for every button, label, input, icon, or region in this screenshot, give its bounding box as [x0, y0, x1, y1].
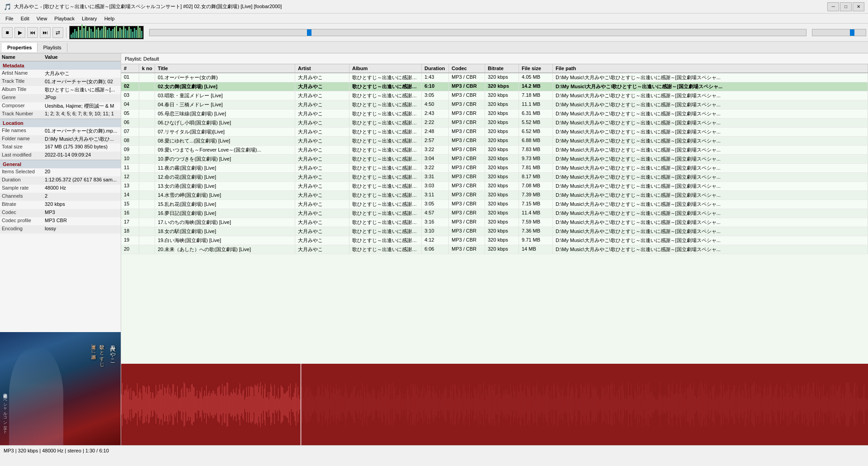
spectrum-bar	[98, 28, 99, 38]
svg-rect-290	[391, 384, 392, 425]
svg-rect-711	[784, 390, 784, 419]
svg-rect-305	[405, 394, 406, 416]
col-header-album[interactable]: Album	[349, 64, 422, 72]
col-header-name: Name	[0, 53, 43, 61]
prev-button[interactable]: ⏮	[27, 27, 38, 38]
cell-kno	[139, 119, 155, 127]
rand-button[interactable]: ⇄	[52, 27, 63, 38]
table-row[interactable]: 10 10.夢のつづきを(国立劇場) [Live] 大月みやこ 歌ひとすじ～出逢…	[121, 155, 868, 164]
table-row[interactable]: 11 11.夜の霧(国立劇場) [Live] 大月みやこ 歌ひとすじ～出逢いに感…	[121, 164, 868, 173]
seek-bar[interactable]	[149, 29, 807, 36]
table-row[interactable]: 16 16.夢日記(国立劇場) [Live] 大月みやこ 歌ひとすじ～出逢いに感…	[121, 209, 868, 218]
col-header-no[interactable]: #	[121, 64, 139, 72]
left-panel: Name Value Metadata Artist Name大月みやこTrac…	[0, 53, 121, 445]
svg-rect-119	[231, 392, 232, 417]
stop-button[interactable]: ■	[2, 27, 13, 38]
svg-rect-125	[237, 395, 237, 414]
table-row[interactable]: 02 02.女の舞(国立劇場) [Live] 大月みやこ 歌ひとすじ～出逢いに感…	[121, 82, 868, 91]
menu-playback[interactable]: Playback	[51, 15, 78, 22]
spectrum-bar	[112, 29, 113, 38]
col-header-filepath[interactable]: File path	[553, 64, 868, 72]
volume-bar[interactable]	[812, 29, 866, 36]
cell-bitrate: 320 kbps	[485, 218, 519, 227]
tab-playlists[interactable]: Playlists	[38, 43, 67, 52]
next-button[interactable]: ⏭	[40, 27, 51, 38]
playlist-body[interactable]: 01 01.オーバーチャー(女の舞) 大月みやこ 歌ひとすじ～出逢いに感謝～..…	[121, 73, 868, 364]
prop-name: Album Title	[0, 86, 43, 94]
table-row[interactable]: 04 04.春日・三橋メドレー [Live] 大月みやこ 歌ひとすじ～出逢いに感…	[121, 100, 868, 109]
cell-title: 03.唱歌・童謡メドレー [Live]	[155, 91, 295, 100]
svg-rect-7	[127, 385, 127, 424]
table-row[interactable]: 12 12.命の花(国立劇場) [Live] 大月みやこ 歌ひとすじ～出逢いに感…	[121, 173, 868, 182]
svg-rect-160	[269, 392, 270, 417]
cell-title: 20.未来（あした）への歌(国立劇場) [Live]	[155, 245, 295, 254]
table-row[interactable]: 06 06.ひなげし小唄(国立劇場) [Live] 大月みやこ 歌ひとすじ～出逢…	[121, 119, 868, 128]
minimize-button[interactable]: ─	[827, 2, 839, 11]
table-row[interactable]: 07 07.リサイタル(国立劇場)[Live] 大月みやこ 歌ひとすじ～出逢いに…	[121, 128, 868, 137]
svg-rect-676	[751, 387, 752, 422]
svg-rect-104	[217, 388, 218, 421]
spectrum-bar	[89, 27, 90, 38]
svg-rect-288	[389, 384, 390, 425]
table-row[interactable]: 01 01.オーバーチャー(女の舞) 大月みやこ 歌ひとすじ～出逢いに感謝～..…	[121, 73, 868, 82]
col-header-codec[interactable]: Codec	[449, 64, 485, 72]
svg-rect-156	[266, 398, 266, 411]
svg-rect-434	[525, 395, 526, 414]
svg-rect-696	[770, 382, 770, 427]
menu-edit[interactable]: Edit	[17, 15, 33, 22]
svg-rect-503	[590, 399, 590, 410]
cell-title: 19.白い海峡(国立劇場) [Live]	[155, 236, 295, 245]
svg-rect-343	[440, 399, 441, 409]
svg-rect-728	[800, 399, 800, 410]
svg-rect-748	[819, 386, 819, 423]
table-row[interactable]: 14 14.水雪の岬(国立劇場) [Live] 大月みやこ 歌ひとすじ～出逢いに…	[121, 191, 868, 200]
svg-rect-679	[754, 382, 755, 427]
svg-rect-665	[741, 395, 741, 414]
svg-rect-81	[196, 396, 196, 413]
svg-rect-396	[490, 385, 491, 424]
table-row[interactable]: 03 03.唱歌・童謡メドレー [Live] 大月みやこ 歌ひとすじ～出逢いに感…	[121, 91, 868, 100]
svg-rect-286	[387, 396, 388, 414]
left-scroll[interactable]: Metadata Artist Name大月みやこTrack Title01.オ…	[0, 61, 121, 332]
svg-rect-340	[438, 398, 438, 411]
svg-rect-177	[285, 393, 286, 416]
table-row[interactable]: 15 15.乱れ花(国立劇場) [Live] 大月みやこ 歌ひとすじ～出逢いに感…	[121, 200, 868, 209]
cell-kno	[139, 100, 155, 109]
menu-view[interactable]: View	[33, 15, 51, 22]
svg-rect-10	[130, 399, 130, 409]
cell-duration: 2:43	[422, 109, 449, 118]
svg-rect-469	[558, 386, 558, 423]
table-row[interactable]: 17 17.いのちの海峡(国立劇場) [Live] 大月みやこ 歌ひとすじ～出逢…	[121, 218, 868, 227]
svg-rect-146	[256, 386, 257, 423]
play-button[interactable]: ▶	[14, 27, 25, 38]
col-header-artist[interactable]: Artist	[295, 64, 349, 72]
col-header-duration[interactable]: Duration	[422, 64, 449, 72]
table-row[interactable]: 18 18.女の駅(国立劇場) [Live] 大月みやこ 歌ひとすじ～出逢いに感…	[121, 227, 868, 236]
cell-title: 18.女の駅(国立劇場) [Live]	[155, 227, 295, 236]
col-header-kno[interactable]: k no	[139, 64, 155, 72]
table-row[interactable]: 05 05.母恋三味線(国立劇場) [Live] 大月みやこ 歌ひとすじ～出逢い…	[121, 109, 868, 119]
svg-rect-205	[311, 393, 312, 415]
col-header-filesize[interactable]: File size	[519, 64, 553, 72]
svg-rect-130	[241, 396, 242, 414]
table-row[interactable]: 13 13.女の港(国立劇場) [Live] 大月みやこ 歌ひとすじ～出逢いに感…	[121, 182, 868, 191]
table-row[interactable]: 20 20.未来（あした）への歌(国立劇場) [Live] 大月みやこ 歌ひとす…	[121, 245, 868, 254]
cell-bitrate: 320 kbps	[485, 209, 519, 218]
table-row[interactable]: 19 19.白い海峡(国立劇場) [Live] 大月みやこ 歌ひとすじ～出逢いに…	[121, 236, 868, 245]
svg-rect-336	[434, 391, 434, 418]
col-header-bitrate[interactable]: Bitrate	[485, 64, 519, 72]
menu-file[interactable]: File	[2, 15, 17, 22]
menu-library[interactable]: Library	[78, 15, 101, 22]
svg-rect-124	[236, 388, 236, 422]
table-row[interactable]: 09 09.愛いつまでも～Forever Love～(国立劇場)... 大月みや…	[121, 146, 868, 155]
tab-properties[interactable]: Properties	[2, 43, 38, 52]
col-header-title[interactable]: Title	[155, 64, 295, 72]
svg-rect-495	[582, 394, 583, 415]
table-row[interactable]: 08 08.愛にゆれて...(国立劇場) [Live] 大月みやこ 歌ひとすじ～…	[121, 137, 868, 146]
maximize-button[interactable]: □	[840, 2, 852, 11]
svg-rect-484	[572, 385, 572, 424]
close-button[interactable]: ✕	[853, 2, 864, 11]
menu-help[interactable]: Help	[101, 15, 118, 22]
svg-rect-737	[808, 383, 809, 426]
svg-rect-308	[408, 386, 408, 423]
